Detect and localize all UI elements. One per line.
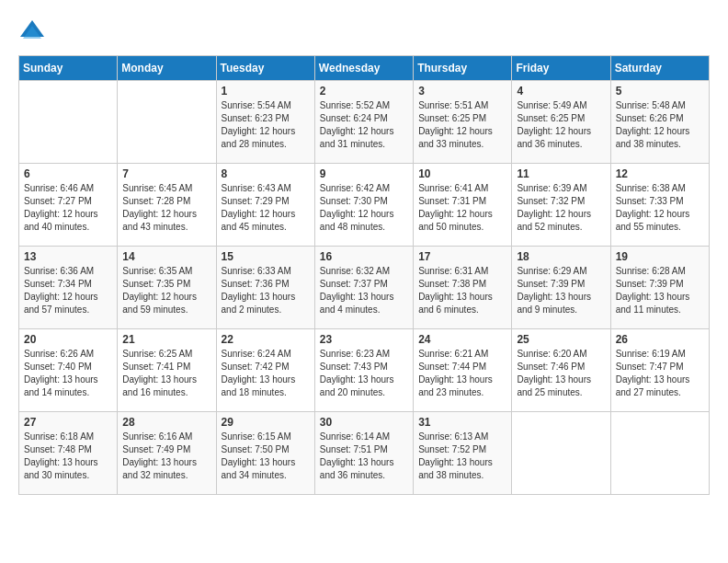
calendar-cell: 15Sunrise: 6:33 AM Sunset: 7:36 PM Dayli… (216, 247, 314, 329)
calendar-cell: 26Sunrise: 6:19 AM Sunset: 7:47 PM Dayli… (610, 329, 709, 412)
day-info: Sunrise: 5:52 AM Sunset: 6:24 PM Dayligh… (320, 99, 408, 151)
day-number: 24 (418, 333, 506, 346)
day-number: 12 (616, 167, 704, 180)
day-number: 2 (320, 85, 408, 98)
calendar-cell: 12Sunrise: 6:38 AM Sunset: 7:33 PM Dayli… (610, 164, 709, 247)
calendar-cell: 1Sunrise: 5:54 AM Sunset: 6:23 PM Daylig… (216, 81, 314, 164)
calendar-cell: 4Sunrise: 5:49 AM Sunset: 6:25 PM Daylig… (512, 81, 610, 164)
column-header-monday: Monday (118, 56, 216, 81)
calendar-cell: 20Sunrise: 6:26 AM Sunset: 7:40 PM Dayli… (19, 329, 118, 412)
calendar-cell: 11Sunrise: 6:39 AM Sunset: 7:32 PM Dayli… (512, 164, 610, 247)
calendar-cell: 24Sunrise: 6:21 AM Sunset: 7:44 PM Dayli… (414, 329, 512, 412)
day-info: Sunrise: 6:25 AM Sunset: 7:41 PM Dayligh… (122, 348, 210, 399)
day-number: 7 (122, 167, 210, 180)
day-number: 5 (616, 85, 704, 98)
column-header-sunday: Sunday (19, 56, 118, 81)
day-number: 29 (222, 416, 310, 429)
day-number: 6 (24, 167, 112, 180)
day-info: Sunrise: 6:18 AM Sunset: 7:48 PM Dayligh… (24, 431, 112, 482)
calendar-cell: 21Sunrise: 6:25 AM Sunset: 7:41 PM Dayli… (118, 329, 216, 412)
column-header-tuesday: Tuesday (216, 56, 314, 81)
calendar-cell: 27Sunrise: 6:18 AM Sunset: 7:48 PM Dayli… (19, 412, 118, 495)
day-info: Sunrise: 6:31 AM Sunset: 7:38 PM Dayligh… (418, 265, 506, 316)
calendar-cell: 3Sunrise: 5:51 AM Sunset: 6:25 PM Daylig… (414, 81, 512, 164)
day-info: Sunrise: 6:35 AM Sunset: 7:35 PM Dayligh… (122, 265, 210, 316)
calendar-cell: 17Sunrise: 6:31 AM Sunset: 7:38 PM Dayli… (414, 247, 512, 329)
day-info: Sunrise: 6:33 AM Sunset: 7:36 PM Dayligh… (222, 265, 310, 316)
day-number: 16 (320, 250, 408, 263)
day-number: 19 (616, 250, 704, 263)
day-number: 28 (122, 416, 210, 429)
day-number: 10 (418, 167, 506, 180)
calendar-cell: 30Sunrise: 6:14 AM Sunset: 7:51 PM Dayli… (314, 412, 413, 495)
column-header-thursday: Thursday (414, 56, 512, 81)
calendar-cell (512, 412, 610, 495)
day-info: Sunrise: 6:41 AM Sunset: 7:31 PM Dayligh… (418, 182, 506, 234)
calendar-cell: 25Sunrise: 6:20 AM Sunset: 7:46 PM Dayli… (512, 329, 610, 412)
day-number: 4 (517, 85, 605, 98)
day-info: Sunrise: 6:36 AM Sunset: 7:34 PM Dayligh… (24, 265, 112, 316)
day-info: Sunrise: 6:32 AM Sunset: 7:37 PM Dayligh… (320, 265, 408, 316)
day-info: Sunrise: 6:43 AM Sunset: 7:29 PM Dayligh… (222, 182, 310, 234)
day-info: Sunrise: 6:19 AM Sunset: 7:47 PM Dayligh… (616, 348, 704, 399)
day-number: 31 (418, 416, 506, 429)
week-row-2: 6Sunrise: 6:46 AM Sunset: 7:27 PM Daylig… (19, 164, 710, 247)
column-header-saturday: Saturday (610, 56, 709, 81)
day-info: Sunrise: 6:14 AM Sunset: 7:51 PM Dayligh… (320, 431, 408, 482)
day-info: Sunrise: 6:16 AM Sunset: 7:49 PM Dayligh… (122, 431, 210, 482)
day-number: 18 (517, 250, 605, 263)
calendar-cell: 2Sunrise: 5:52 AM Sunset: 6:24 PM Daylig… (314, 81, 413, 164)
day-number: 17 (418, 250, 506, 263)
day-info: Sunrise: 6:45 AM Sunset: 7:28 PM Dayligh… (122, 182, 210, 234)
day-number: 27 (24, 416, 112, 429)
day-number: 15 (222, 250, 310, 263)
calendar-cell (118, 81, 216, 164)
day-number: 20 (24, 333, 112, 346)
day-info: Sunrise: 6:38 AM Sunset: 7:33 PM Dayligh… (616, 182, 704, 234)
day-info: Sunrise: 6:15 AM Sunset: 7:50 PM Dayligh… (222, 431, 310, 482)
day-number: 23 (320, 333, 408, 346)
day-number: 21 (122, 333, 210, 346)
calendar-cell: 10Sunrise: 6:41 AM Sunset: 7:31 PM Dayli… (414, 164, 512, 247)
calendar-table: SundayMondayTuesdayWednesdayThursdayFrid… (18, 55, 710, 495)
calendar-cell: 22Sunrise: 6:24 AM Sunset: 7:42 PM Dayli… (216, 329, 314, 412)
day-number: 11 (517, 167, 605, 180)
column-header-wednesday: Wednesday (314, 56, 413, 81)
day-number: 3 (418, 85, 506, 98)
day-info: Sunrise: 6:13 AM Sunset: 7:52 PM Dayligh… (418, 431, 506, 482)
calendar-cell: 28Sunrise: 6:16 AM Sunset: 7:49 PM Dayli… (118, 412, 216, 495)
day-info: Sunrise: 6:28 AM Sunset: 7:39 PM Dayligh… (616, 265, 704, 316)
calendar-cell: 7Sunrise: 6:45 AM Sunset: 7:28 PM Daylig… (118, 164, 216, 247)
page-header (18, 18, 710, 46)
calendar-cell: 29Sunrise: 6:15 AM Sunset: 7:50 PM Dayli… (216, 412, 314, 495)
day-number: 1 (222, 85, 310, 98)
day-info: Sunrise: 6:26 AM Sunset: 7:40 PM Dayligh… (24, 348, 112, 399)
calendar-cell (19, 81, 118, 164)
day-number: 13 (24, 250, 112, 263)
calendar-cell: 8Sunrise: 6:43 AM Sunset: 7:29 PM Daylig… (216, 164, 314, 247)
week-row-1: 1Sunrise: 5:54 AM Sunset: 6:23 PM Daylig… (19, 81, 710, 164)
day-number: 22 (222, 333, 310, 346)
calendar-cell: 5Sunrise: 5:48 AM Sunset: 6:26 PM Daylig… (610, 81, 709, 164)
calendar-header: SundayMondayTuesdayWednesdayThursdayFrid… (19, 56, 710, 81)
day-info: Sunrise: 6:42 AM Sunset: 7:30 PM Dayligh… (320, 182, 408, 234)
calendar-cell: 19Sunrise: 6:28 AM Sunset: 7:39 PM Dayli… (610, 247, 709, 329)
day-number: 30 (320, 416, 408, 429)
day-info: Sunrise: 6:24 AM Sunset: 7:42 PM Dayligh… (222, 348, 310, 399)
day-info: Sunrise: 5:54 AM Sunset: 6:23 PM Dayligh… (222, 99, 310, 151)
day-info: Sunrise: 5:48 AM Sunset: 6:26 PM Dayligh… (616, 99, 704, 151)
day-info: Sunrise: 6:39 AM Sunset: 7:32 PM Dayligh… (517, 182, 605, 234)
logo (18, 18, 50, 46)
day-info: Sunrise: 6:46 AM Sunset: 7:27 PM Dayligh… (24, 182, 112, 234)
day-number: 9 (320, 167, 408, 180)
day-info: Sunrise: 6:23 AM Sunset: 7:43 PM Dayligh… (320, 348, 408, 399)
day-info: Sunrise: 6:20 AM Sunset: 7:46 PM Dayligh… (517, 348, 605, 399)
calendar-cell: 13Sunrise: 6:36 AM Sunset: 7:34 PM Dayli… (19, 247, 118, 329)
day-info: Sunrise: 5:49 AM Sunset: 6:25 PM Dayligh… (517, 99, 605, 151)
calendar-cell: 16Sunrise: 6:32 AM Sunset: 7:37 PM Dayli… (314, 247, 413, 329)
column-header-friday: Friday (512, 56, 610, 81)
calendar-cell (610, 412, 709, 495)
day-number: 26 (616, 333, 704, 346)
day-number: 14 (122, 250, 210, 263)
calendar-cell: 23Sunrise: 6:23 AM Sunset: 7:43 PM Dayli… (314, 329, 413, 412)
